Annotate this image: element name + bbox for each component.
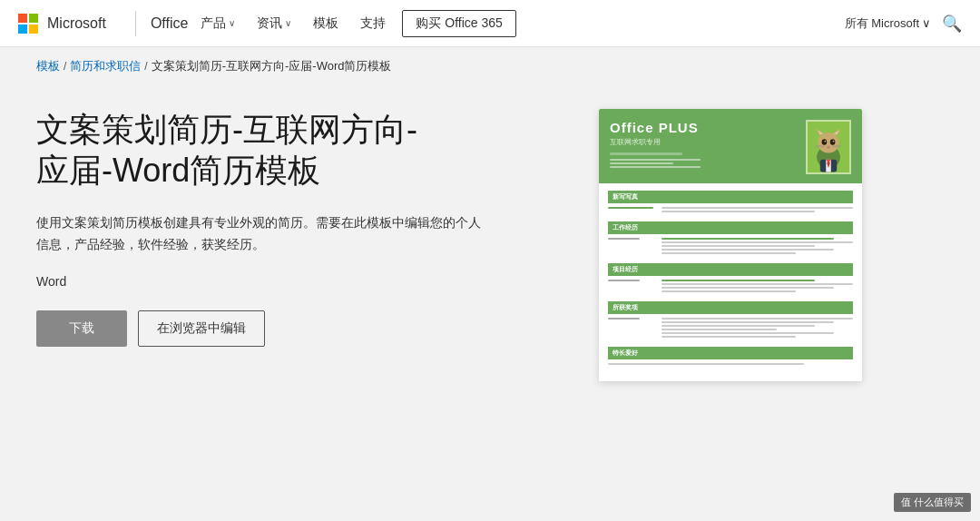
preview-section-header-hobbies: 特长爱好 — [608, 347, 853, 359]
breadcrumb: 模板 / 简历和求职信 / 文案策划简历-互联网方向-应届-Word简历模板 — [36, 58, 944, 74]
preview-text-line — [662, 336, 796, 338]
nav-item-news[interactable]: 资讯 ∨ — [248, 10, 300, 37]
preview-text-line-accent — [662, 280, 815, 281]
preview-contact-line-short — [610, 162, 673, 164]
preview-row — [608, 363, 853, 367]
chevron-down-icon: ∨ — [922, 16, 931, 30]
nav-label-support: 支持 — [360, 15, 386, 32]
preview-label-col — [608, 207, 658, 214]
preview-text-line — [662, 283, 853, 285]
preview-name-line — [610, 152, 682, 155]
action-buttons: 下载 在浏览器中编辑 — [36, 310, 563, 347]
office-label: Office — [151, 15, 189, 32]
search-icon[interactable]: 🔍 — [942, 14, 962, 34]
preview-text-line — [662, 252, 796, 254]
page-title: 文案策划简历-互联网方向- 应届-Word简历模板 — [36, 109, 563, 191]
template-type: Word — [36, 274, 563, 289]
breadcrumb-link-templates[interactable]: 模板 — [36, 58, 60, 74]
preview-contact-lines — [610, 159, 806, 168]
preview-text-line-accent — [662, 238, 834, 240]
preview-label-block — [608, 207, 653, 209]
svg-point-9 — [824, 141, 826, 143]
preview-name-section — [610, 152, 806, 168]
all-microsoft-link[interactable]: 所有 Microsoft ∨ — [845, 15, 931, 32]
svg-point-8 — [830, 139, 836, 144]
preview-text-line — [662, 211, 815, 212]
preview-text-line — [662, 207, 853, 209]
nav-items: 产品 ∨ 资讯 ∨ 模板 支持 购买 Office 365 — [191, 10, 844, 37]
preview-content — [608, 363, 853, 367]
nav-item-products[interactable]: 产品 ∨ — [191, 10, 244, 37]
nav-label-products: 产品 — [201, 15, 226, 32]
breadcrumb-link-resume[interactable]: 简历和求职信 — [70, 58, 141, 74]
page-title-line2: 应届-Word简历模板 — [36, 152, 320, 189]
preview-section-header-summary: 新写写真 — [608, 191, 853, 203]
nav-item-templates[interactable]: 模板 — [304, 10, 348, 37]
preview-content — [662, 238, 853, 256]
download-button[interactable]: 下载 — [36, 310, 127, 347]
preview-text-line — [662, 325, 815, 327]
breadcrumb-separator: / — [64, 60, 66, 73]
cat-illustration — [808, 122, 849, 172]
microsoft-logo[interactable]: Microsoft — [18, 14, 106, 34]
content-right: Office PLUS 互联网求职专用 — [599, 109, 871, 381]
preview-logo-area: Office PLUS 互联网求职专用 — [610, 120, 806, 170]
preview-text-line — [662, 321, 834, 323]
breadcrumb-separator: / — [144, 60, 147, 73]
breadcrumb-area: 模板 / 简历和求职信 / 文案策划简历-互联网方向-应届-Word简历模板 — [0, 47, 980, 82]
ms-logo-grid — [18, 14, 38, 34]
preview-contact-line-2 — [610, 166, 701, 168]
page-description: 使用文案策划简历模板创建具有专业外观的简历。需要在此模板中编辑您的个人信息，产品… — [36, 212, 490, 256]
preview-body: 新写写真 工作经历 — [599, 183, 862, 381]
preview-row — [608, 280, 853, 294]
preview-section-project: 项目经历 — [608, 263, 853, 294]
preview-text-line — [662, 245, 815, 247]
buy-office-button[interactable]: 购买 Office 365 — [402, 10, 515, 37]
watermark: 值 什么值得买 — [894, 493, 971, 512]
preview-date-block — [608, 318, 640, 319]
preview-text-line — [608, 363, 804, 365]
nav-label-news: 资讯 — [257, 15, 282, 32]
preview-content — [662, 207, 853, 214]
navbar: Microsoft Office 产品 ∨ 资讯 ∨ 模板 支持 购买 Offi… — [0, 0, 980, 47]
preview-row — [608, 318, 853, 339]
preview-section-hobbies: 特长爱好 — [608, 347, 853, 367]
preview-text-line — [662, 318, 853, 319]
preview-section-awards: 所获奖项 — [608, 301, 853, 339]
all-microsoft-label: 所有 Microsoft — [845, 15, 919, 32]
svg-point-2 — [818, 133, 839, 152]
preview-date-block — [608, 280, 640, 281]
content-left: 文案策划简历-互联网方向- 应届-Word简历模板 使用文案策划简历模板创建具有… — [36, 109, 563, 347]
template-preview: Office PLUS 互联网求职专用 — [599, 109, 862, 381]
chevron-down-icon: ∨ — [229, 18, 235, 28]
preview-text-line — [662, 287, 834, 289]
svg-point-7 — [822, 139, 828, 144]
preview-label-col — [608, 318, 658, 339]
preview-text-line — [662, 290, 796, 292]
preview-section-header-awards: 所获奖项 — [608, 301, 853, 314]
nav-label-templates: 模板 — [313, 15, 338, 32]
preview-content — [662, 318, 853, 339]
preview-row — [608, 207, 853, 214]
nav-item-support[interactable]: 支持 — [351, 10, 395, 37]
preview-text-line — [662, 329, 777, 330]
breadcrumb-current: 文案策划简历-互联网方向-应届-Word简历模板 — [152, 58, 392, 74]
preview-label-col — [608, 280, 658, 294]
preview-date-block — [608, 238, 640, 240]
navbar-right: 所有 Microsoft ∨ 🔍 — [845, 14, 962, 34]
preview-section-summary: 新写写真 — [608, 191, 853, 214]
preview-section-work: 工作经历 — [608, 221, 853, 256]
edit-in-browser-button[interactable]: 在浏览器中编辑 — [138, 310, 265, 347]
preview-text-line — [662, 249, 834, 251]
preview-content — [662, 280, 853, 294]
navbar-divider — [135, 11, 136, 36]
preview-logo-title: Office PLUS — [610, 120, 806, 135]
preview-section-header-work: 工作经历 — [608, 221, 853, 234]
preview-contact-line — [610, 159, 701, 161]
preview-logo-subtitle: 互联网求职专用 — [610, 137, 806, 147]
preview-section-header-project: 项目经历 — [608, 263, 853, 276]
microsoft-label: Microsoft — [47, 15, 106, 32]
preview-text-line — [662, 241, 853, 243]
page-title-line1: 文案策划简历-互联网方向- — [36, 111, 417, 148]
preview-label-col — [608, 238, 658, 256]
